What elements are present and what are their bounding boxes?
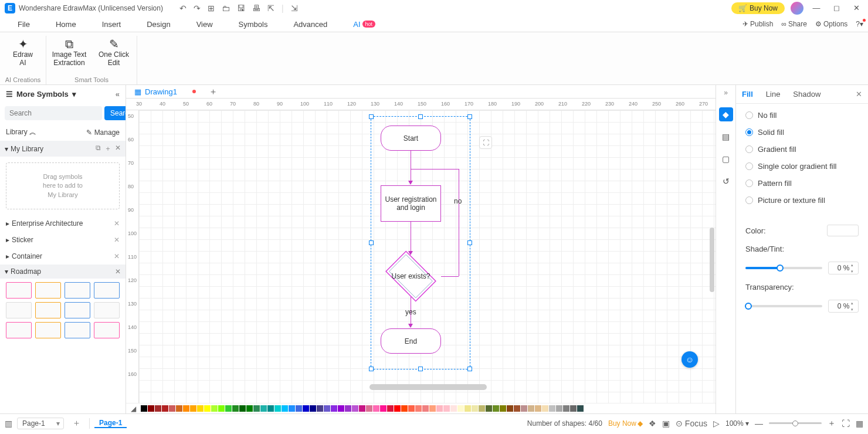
color-swatch[interactable]: [528, 405, 534, 412]
color-swatch[interactable]: [514, 405, 520, 412]
library-toggle[interactable]: Library ︽: [6, 127, 36, 137]
color-swatch[interactable]: [239, 405, 246, 412]
color-swatch[interactable]: [415, 405, 422, 412]
import-icon[interactable]: ⇲: [291, 4, 298, 13]
symbol-search-input[interactable]: [5, 106, 102, 120]
more-symbols-header[interactable]: ☰ More Symbols▾ «: [0, 85, 126, 103]
color-swatch[interactable]: [176, 405, 182, 412]
new-tab-button[interactable]: ＋: [205, 86, 221, 97]
color-swatch[interactable]: [401, 405, 408, 412]
fill-option-pattern-fill[interactable]: Pattern fill: [745, 179, 859, 188]
menu-advanced[interactable]: Advanced: [280, 16, 340, 32]
color-swatch[interactable]: [422, 405, 429, 412]
share-button[interactable]: ∞ Share: [781, 20, 807, 28]
close-icon[interactable]: ✕: [115, 267, 121, 276]
shape-thumbnail[interactable]: [6, 282, 32, 299]
connector[interactable]: [441, 276, 459, 277]
shape-thumbnail[interactable]: [65, 302, 90, 318]
shape-thumbnail[interactable]: [35, 282, 61, 299]
fill-tool-icon[interactable]: ◢: [128, 405, 138, 413]
category-sticker[interactable]: ▸ Sticker✕: [0, 232, 126, 248]
menu-insert[interactable]: Insert: [89, 16, 134, 32]
options-button[interactable]: ⚙ Options: [815, 20, 847, 28]
edraw-ai-button[interactable]: ✦ Edraw AI: [2, 36, 43, 75]
color-swatch[interactable]: [352, 405, 358, 412]
rail-page-icon[interactable]: ▤: [719, 130, 733, 144]
maximize-button[interactable]: ◻: [829, 4, 843, 12]
color-swatch[interactable]: [486, 405, 492, 412]
color-swatch[interactable]: [387, 405, 394, 412]
shade-slider[interactable]: [745, 267, 822, 269]
spin-up-icon[interactable]: ▴: [851, 301, 857, 305]
expand-shape-button[interactable]: ⛶: [479, 136, 492, 149]
close-button[interactable]: ✕: [849, 4, 863, 12]
my-library-dropzone[interactable]: Drag symbols here to add to My Library: [6, 162, 120, 209]
color-swatch[interactable]: [464, 405, 471, 412]
shape-thumbnail[interactable]: [35, 322, 61, 338]
color-swatch[interactable]: [204, 405, 211, 412]
publish-button[interactable]: ✈ Publish: [742, 20, 773, 28]
color-swatch[interactable]: [169, 405, 175, 412]
shape-decision[interactable]: User exists?: [381, 256, 441, 297]
shape-thumbnail[interactable]: [94, 282, 120, 299]
color-swatch[interactable]: [274, 405, 281, 412]
resize-handle[interactable]: [467, 114, 472, 119]
page-tab[interactable]: Page-1: [94, 419, 127, 428]
color-swatch[interactable]: [380, 405, 386, 412]
rail-style-icon[interactable]: ◆: [719, 107, 733, 121]
image-text-extraction-button[interactable]: ⧉ Image Text Extraction: [49, 36, 90, 75]
color-swatch[interactable]: [141, 405, 147, 412]
menu-file[interactable]: File: [5, 16, 43, 32]
ai-assistant-bubble[interactable]: ☺: [681, 351, 698, 368]
color-swatch[interactable]: [155, 405, 161, 412]
buy-now-link[interactable]: Buy Now ◆: [608, 419, 643, 428]
category-enterprise-architecture[interactable]: ▸ Enterprise Architecture✕: [0, 215, 126, 232]
my-library-section[interactable]: ▾ My Library ⧉ ＋ ✕: [0, 141, 126, 157]
color-swatch[interactable]: [394, 405, 401, 412]
layers-icon[interactable]: ❖: [649, 419, 656, 428]
color-swatch[interactable]: [282, 405, 288, 412]
close-icon[interactable]: ✕: [115, 144, 121, 154]
color-swatch[interactable]: [338, 405, 344, 412]
color-swatch[interactable]: [500, 405, 506, 412]
color-swatch[interactable]: [331, 405, 337, 412]
zoom-in-button[interactable]: ＋: [828, 418, 836, 429]
color-swatch[interactable]: [556, 405, 562, 412]
rail-present-icon[interactable]: ▢: [719, 152, 733, 166]
expand-right-panel-icon[interactable]: »: [724, 89, 728, 97]
category-roadmap[interactable]: ▾ Roadmap✕: [0, 265, 126, 279]
close-panel-icon[interactable]: ✕: [856, 90, 862, 99]
horizontal-scrollbar[interactable]: [369, 384, 487, 390]
connector[interactable]: [411, 151, 411, 184]
new-icon[interactable]: ⊞: [208, 4, 215, 13]
close-icon[interactable]: ✕: [114, 219, 120, 228]
shape-thumbnail[interactable]: [35, 302, 61, 318]
color-swatch[interactable]: [521, 405, 527, 412]
redo-icon[interactable]: ↷: [194, 4, 201, 13]
color-swatch[interactable]: [436, 405, 443, 412]
menu-symbols[interactable]: Symbols: [226, 16, 281, 32]
menu-ai[interactable]: AIhot: [340, 16, 388, 32]
color-swatch[interactable]: [359, 405, 365, 412]
resize-handle[interactable]: [369, 114, 374, 119]
color-swatch[interactable]: [563, 405, 569, 412]
connector[interactable]: [411, 169, 459, 169]
save-icon[interactable]: 🖫: [237, 4, 245, 13]
color-swatch[interactable]: [570, 405, 577, 412]
color-swatch[interactable]: [472, 405, 478, 412]
color-swatch[interactable]: [345, 405, 351, 412]
tab-fill[interactable]: Fill: [742, 90, 753, 99]
color-swatch[interactable]: [246, 405, 253, 412]
shade-value[interactable]: 0 %▴▾: [828, 262, 859, 274]
export-icon[interactable]: ⇱: [267, 4, 274, 13]
color-swatch[interactable]: [190, 405, 196, 412]
one-click-edit-button[interactable]: ✎ One Click Edit: [93, 36, 134, 75]
color-swatch[interactable]: [549, 405, 555, 412]
canvas[interactable]: Start User registration and login User e…: [139, 110, 716, 403]
color-swatch[interactable]: [253, 405, 260, 412]
help-button[interactable]: ?▾: [856, 20, 863, 28]
color-swatch[interactable]: [443, 405, 450, 412]
color-swatch[interactable]: [225, 405, 232, 412]
color-swatch[interactable]: [183, 405, 189, 412]
shape-thumbnail[interactable]: [65, 282, 90, 299]
